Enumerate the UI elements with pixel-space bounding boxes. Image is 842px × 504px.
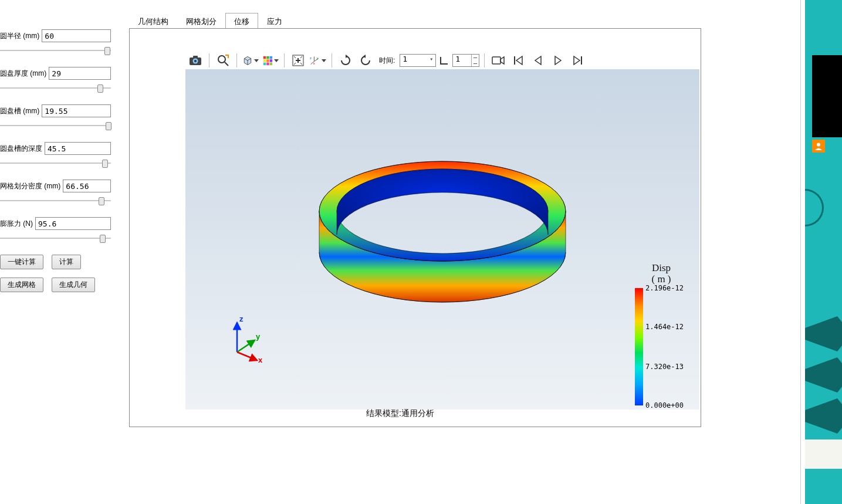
dock-preview [812, 55, 842, 137]
svg-line-24 [237, 340, 255, 352]
svg-rect-19 [492, 57, 501, 64]
svg-point-4 [218, 56, 225, 63]
skip-end-icon[interactable] [569, 52, 587, 69]
param-radius: 圆半径 (mm) [0, 29, 111, 56]
svg-rect-6 [263, 56, 266, 59]
param-groove-depth: 圆盘槽的深度 [0, 142, 111, 169]
play-icon[interactable] [549, 52, 567, 69]
axis-triad: z y x [226, 316, 268, 363]
ring-model [310, 144, 574, 308]
rotate-ccw-icon[interactable] [357, 52, 374, 69]
rotate-cw-icon[interactable] [337, 52, 354, 69]
generate-mesh-button[interactable]: 生成网格 [0, 278, 43, 292]
axis-y-label: y [256, 332, 261, 341]
legend-tick: 7.320e-13 [645, 363, 684, 371]
param-label: 圆盘槽 (mm) [0, 106, 39, 116]
axes-orient-icon[interactable]: zyx [309, 52, 327, 69]
param-slider-force[interactable] [0, 232, 111, 244]
svg-point-3 [194, 60, 197, 62]
legend-tick: 2.196e-12 [645, 284, 684, 292]
param-slider-groove[interactable] [0, 120, 111, 131]
onekey-calc-button[interactable]: 一键计算 [0, 255, 43, 269]
param-slider-mesh-density[interactable] [0, 195, 111, 207]
axis-x-label: x [258, 356, 263, 363]
param-input-mesh-density[interactable] [63, 180, 111, 192]
param-label: 圆半径 (mm) [0, 31, 39, 41]
legend-tick: 1.464e-12 [645, 323, 684, 331]
param-thickness: 圆盘厚度 (mm) [0, 67, 111, 94]
snapshot-icon[interactable] [187, 52, 204, 69]
legend-title: Disp( m ) [635, 263, 688, 285]
svg-rect-12 [263, 63, 266, 66]
generate-geometry-button[interactable]: 生成几何 [52, 278, 95, 292]
avatar-icon[interactable] [812, 140, 825, 153]
param-mesh-density: 网格划分密度 (mm) [0, 180, 111, 207]
rubik-icon[interactable] [262, 52, 279, 69]
step-back-icon[interactable] [529, 52, 547, 69]
time-label: 时间: [379, 56, 395, 66]
result-caption: 结果模型:通用分析 [366, 408, 434, 419]
svg-rect-8 [270, 56, 273, 59]
svg-line-25 [237, 352, 257, 360]
dock-chevrons [805, 316, 842, 469]
box-icon[interactable] [242, 52, 259, 69]
camera-record-icon[interactable] [489, 52, 507, 69]
param-input-groove-depth[interactable] [45, 142, 111, 155]
svg-text:z: z [310, 56, 312, 60]
param-slider-thickness[interactable] [0, 82, 111, 94]
param-input-groove[interactable] [42, 104, 111, 117]
dock-handle-icon[interactable] [805, 189, 824, 226]
param-label: 网格划分密度 (mm) [0, 181, 60, 191]
right-angle-icon[interactable] [438, 52, 450, 69]
legend-tick: 0.000e+00 [645, 401, 684, 410]
param-slider-radius[interactable] [0, 45, 111, 56]
time-combo[interactable]: 1 [400, 54, 436, 67]
param-input-force[interactable] [35, 217, 111, 230]
legend-colorbar [635, 288, 643, 405]
right-dock [805, 0, 842, 504]
zoom-icon[interactable] [214, 52, 232, 69]
param-label: 圆盘厚度 (mm) [0, 69, 46, 79]
fit-view-icon[interactable] [289, 52, 307, 69]
calc-button[interactable]: 计算 [52, 255, 81, 269]
main-app-window: 圆半径 (mm) 圆盘厚度 (mm) 圆盘槽 (mm) [0, 0, 801, 504]
param-label: 膨胀力 (N) [0, 219, 33, 229]
param-groove: 圆盘槽 (mm) [0, 104, 111, 131]
viewport-toolbar: zyx 时间: 1 1 [185, 50, 588, 70]
param-input-radius[interactable] [42, 29, 111, 42]
param-label: 圆盘槽的深度 [0, 144, 42, 154]
svg-text:x: x [313, 62, 315, 65]
parameter-panel: 圆半径 (mm) 圆盘厚度 (mm) 圆盘槽 (mm) [0, 29, 114, 300]
color-legend: Disp( m ) 2.196e-12 1.464e-12 7.320e-13 … [635, 263, 688, 405]
param-input-thickness[interactable] [49, 67, 111, 80]
svg-rect-1 [193, 56, 198, 58]
param-slider-groove-depth[interactable] [0, 157, 111, 169]
axis-z-label: z [239, 316, 244, 323]
svg-rect-13 [266, 63, 269, 66]
svg-point-26 [817, 143, 820, 147]
legend-ticks: 2.196e-12 1.464e-12 7.320e-13 0.000e+00 [645, 288, 688, 405]
skip-start-icon[interactable] [509, 52, 527, 69]
svg-rect-9 [263, 59, 266, 62]
result-viewport[interactable]: z y x Disp( m ) 2.196e-12 1.464e-12 7.32… [185, 69, 699, 410]
step-spinner[interactable]: 1 [452, 54, 479, 67]
param-force: 膨胀力 (N) [0, 217, 111, 244]
svg-rect-27 [805, 439, 842, 469]
svg-rect-10 [266, 59, 269, 62]
svg-rect-11 [270, 59, 273, 62]
svg-rect-7 [266, 56, 269, 59]
svg-rect-14 [270, 63, 273, 66]
svg-line-5 [225, 62, 228, 66]
